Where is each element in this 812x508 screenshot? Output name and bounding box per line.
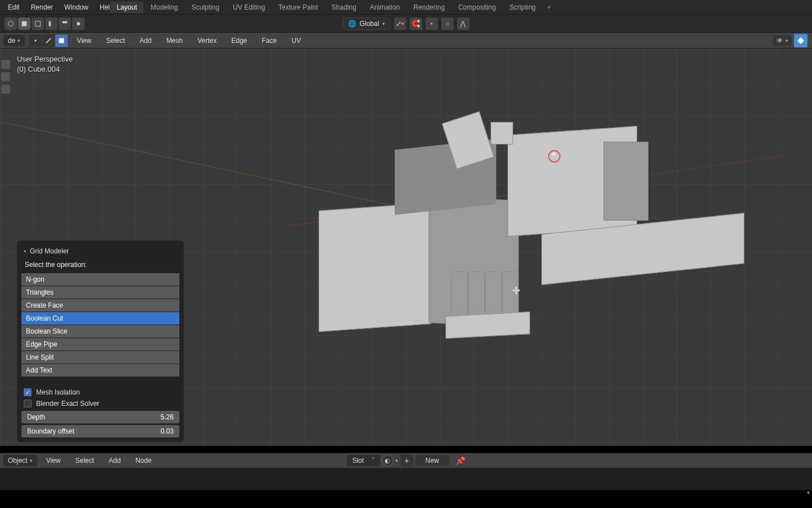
material-slot-dropdown[interactable]: Slot	[347, 455, 380, 466]
tab-sculpting[interactable]: Sculpting	[185, 2, 226, 13]
op-item-add-text[interactable]: Add Text	[21, 364, 179, 376]
op-item-boolean-cut[interactable]: Boolean Cut	[21, 312, 179, 325]
visibility-dropdown[interactable]: 👁 ▾	[773, 36, 792, 46]
op-item-line-split[interactable]: Line Split	[21, 351, 179, 364]
tab-texture-paint[interactable]: Texture Paint	[272, 2, 325, 13]
op-item-edge-pipe[interactable]: Edge Pipe	[21, 338, 179, 351]
operator-panel: ▾ Grid Modeler Select the operation: N-g…	[17, 240, 184, 442]
proportional-edit-icon[interactable]: ○	[441, 17, 453, 30]
select-mode-group	[29, 34, 68, 47]
cursor-tool-icon[interactable]	[5, 17, 17, 30]
face-select-mode-icon[interactable]	[55, 34, 68, 47]
op-item-triangles[interactable]: Triangles	[21, 286, 179, 299]
vertex-select-mode-icon[interactable]	[29, 34, 42, 47]
svg-rect-1	[22, 21, 27, 26]
add-material-button[interactable]: +	[400, 454, 413, 467]
left-toolbar	[1, 60, 11, 94]
depth-field[interactable]: Depth 5.26	[21, 411, 179, 423]
snap-type-dropdown[interactable]: ▾	[425, 17, 438, 30]
node-editor-area[interactable]	[0, 468, 812, 490]
menu-view[interactable]: View	[71, 34, 97, 47]
check-label: Blender Exact Solver	[36, 400, 99, 408]
chevron-down-icon: ▾	[382, 21, 385, 27]
mode-dropdown[interactable]: de ▾	[3, 35, 25, 46]
overlays-toggle-icon[interactable]	[794, 34, 807, 47]
3d-cursor-icon	[548, 150, 561, 163]
field-value: 0.03	[161, 427, 174, 435]
menu-uv[interactable]: UV	[286, 34, 307, 47]
menu-select[interactable]: Select	[100, 34, 130, 47]
node-menu-select[interactable]: Select	[69, 454, 99, 467]
chevron-down-icon: ▾	[17, 38, 20, 43]
transform-orientation-dropdown[interactable]: 🌐 Global ▾	[343, 17, 391, 30]
node-mode-dropdown[interactable]: Object ▾	[3, 455, 37, 466]
tab-uv-editing[interactable]: UV Editing	[226, 2, 272, 13]
node-center-controls: Slot ◐ ▾ + New 📌	[347, 454, 466, 467]
menu-window[interactable]: Window	[59, 1, 94, 14]
menu-edit[interactable]: Edit	[2, 1, 25, 14]
field-value: 5.26	[161, 413, 174, 421]
tab-animation[interactable]: Animation	[363, 2, 407, 13]
svg-point-6	[35, 40, 37, 42]
check-exact-solver[interactable]: Blender Exact Solver	[21, 398, 179, 409]
tab-rendering[interactable]: Rendering	[407, 2, 451, 13]
snap-misc-icon[interactable]	[72, 17, 85, 30]
chevron-down-icon: ▾	[785, 38, 788, 43]
menu-mesh[interactable]: Mesh	[161, 34, 188, 47]
menu-render[interactable]: Render	[25, 1, 59, 14]
snap-edge-icon[interactable]	[45, 17, 58, 30]
3d-viewport[interactable]: ✛ User Perspective (0) Cube.004 ▾ Grid M…	[0, 49, 812, 446]
workspace-tabs: Layout Modeling Sculpting UV Editing Tex…	[110, 2, 555, 13]
op-item-create-face[interactable]: Create Face	[21, 299, 179, 312]
active-object-label: (0) Cube.004	[17, 64, 73, 75]
svg-rect-4	[63, 21, 68, 23]
node-menu-node[interactable]: Node	[130, 454, 157, 467]
field-label: Boundary offset	[27, 427, 74, 435]
viewport-right-controls: 👁 ▾	[773, 34, 807, 47]
mode-label: Object	[8, 457, 28, 465]
pin-icon[interactable]: 📌	[456, 456, 465, 465]
tab-layout[interactable]: Layout	[110, 2, 144, 13]
node-menu-add[interactable]: Add	[103, 454, 126, 467]
snap-toggle-icon[interactable]: 🧲	[409, 17, 422, 30]
operator-panel-header[interactable]: ▾ Grid Modeler	[21, 245, 179, 259]
snap-grid-icon[interactable]	[18, 17, 30, 30]
header-toolbar: 🌐 Global ▾ ⤢▾ 🧲 ▾ ○ ⋀	[0, 15, 812, 33]
operator-list: N-gon Triangles Create Face Boolean Cut …	[21, 273, 179, 376]
menu-edge[interactable]: Edge	[226, 34, 253, 47]
mode-label: de	[8, 37, 15, 45]
menu-add[interactable]: Add	[134, 34, 157, 47]
tool-icon[interactable]	[1, 72, 10, 81]
node-menu-view[interactable]: View	[41, 454, 67, 467]
operator-checks: Mesh Isolation Blender Exact Solver Dept…	[21, 387, 179, 437]
mesh-face	[319, 203, 431, 332]
svg-rect-3	[49, 21, 51, 26]
tab-compositing[interactable]: Compositing	[452, 2, 503, 13]
tab-add-button[interactable]: +	[542, 2, 555, 13]
chevron-down-icon[interactable]: ▾	[807, 489, 810, 496]
tool-icon[interactable]	[1, 60, 10, 69]
material-browse-icon[interactable]: ◐	[382, 455, 393, 466]
tool-icon[interactable]	[1, 85, 10, 94]
node-editor-header: Object ▾ View Select Add Node Slot ◐ ▾ +…	[0, 453, 812, 468]
boundary-offset-field[interactable]: Boundary offset 0.03	[21, 425, 179, 437]
snap-vertex-icon[interactable]	[59, 17, 71, 30]
mesh-face	[451, 271, 468, 317]
tab-scripting[interactable]: Scripting	[502, 2, 542, 13]
menu-face[interactable]: Face	[256, 34, 283, 47]
edge-select-mode-icon[interactable]	[42, 34, 55, 47]
link-icon: ⤢	[396, 20, 401, 28]
check-mesh-isolation[interactable]: Mesh Isolation	[21, 387, 179, 398]
tab-shading[interactable]: Shading	[325, 2, 363, 13]
proportional-type-icon[interactable]: ⋀	[457, 17, 469, 30]
operator-subtitle: Select the operation:	[21, 259, 179, 273]
op-item-boolean-slice[interactable]: Boolean Slice	[21, 325, 179, 338]
snap-face-icon[interactable]	[32, 17, 44, 30]
pivot-point-icon[interactable]: ⤢▾	[394, 17, 406, 30]
new-material-button[interactable]: New	[415, 455, 449, 466]
checkbox-icon	[24, 388, 32, 396]
tab-modeling[interactable]: Modeling	[144, 2, 185, 13]
op-item-ngon[interactable]: N-gon	[21, 273, 179, 286]
menu-vertex[interactable]: Vertex	[192, 34, 222, 47]
crosshair-cursor-icon: ✛	[512, 284, 520, 297]
